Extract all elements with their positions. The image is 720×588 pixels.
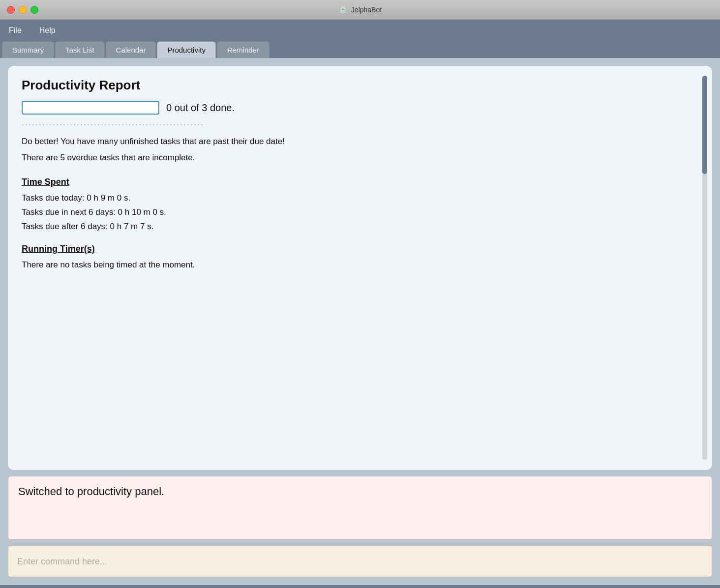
running-timers-text: There are no tasks being timed at the mo… <box>22 258 698 272</box>
minimize-button[interactable] <box>19 6 27 14</box>
tab-calendar[interactable]: Calendar <box>106 41 156 58</box>
progress-done-text: 0 out of 3 done. <box>166 102 235 114</box>
report-title: Productivity Report <box>22 78 698 93</box>
spacer1 <box>22 167 698 177</box>
time-after6: Tasks due after 6 days: 0 h 7 m 7 s. <box>22 220 698 234</box>
time-today: Tasks due today: 0 h 9 m 0 s. <box>22 191 698 206</box>
command-input[interactable] <box>17 557 703 567</box>
tab-tasklist[interactable]: Task List <box>55 41 104 58</box>
spacer2 <box>22 234 698 244</box>
command-bar[interactable] <box>8 546 712 577</box>
maximize-button[interactable] <box>30 6 38 14</box>
title-bar: 🍵 JelphaBot <box>0 0 720 20</box>
scrollbar-thumb[interactable] <box>702 76 707 174</box>
tab-reminder[interactable]: Reminder <box>217 41 270 58</box>
time-next6: Tasks due in next 6 days: 0 h 10 m 0 s. <box>22 206 698 220</box>
menu-bar: File Help <box>0 20 720 41</box>
menu-file[interactable]: File <box>5 24 26 37</box>
log-panel: Switched to productivity panel. <box>8 476 712 540</box>
tabs-bar: Summary Task List Calendar Productivity … <box>0 41 720 58</box>
warning-line2: There are 5 overdue tasks that are incom… <box>22 151 698 164</box>
time-spent-header: Time Spent <box>22 177 698 187</box>
tab-summary[interactable]: Summary <box>2 41 54 58</box>
progress-bar <box>22 101 159 115</box>
running-timers-header: Running Timer(s) <box>22 244 698 254</box>
window-controls <box>7 6 38 14</box>
report-panel: Productivity Report 0 out of 3 done. ···… <box>8 66 712 470</box>
faded-line: ········································… <box>22 119 698 130</box>
log-text: Switched to productivity panel. <box>18 485 702 498</box>
app-icon: 🍵 <box>338 5 348 14</box>
scrollbar-track[interactable] <box>702 76 707 460</box>
main-area: Productivity Report 0 out of 3 done. ···… <box>0 58 720 585</box>
window-title: 🍵 JelphaBot <box>338 5 382 14</box>
warning-line1: Do better! You have many unfinished task… <box>22 135 698 148</box>
tab-productivity[interactable]: Productivity <box>157 41 216 58</box>
menu-help[interactable]: Help <box>35 24 60 37</box>
progress-row: 0 out of 3 done. <box>22 101 698 115</box>
close-button[interactable] <box>7 6 15 14</box>
